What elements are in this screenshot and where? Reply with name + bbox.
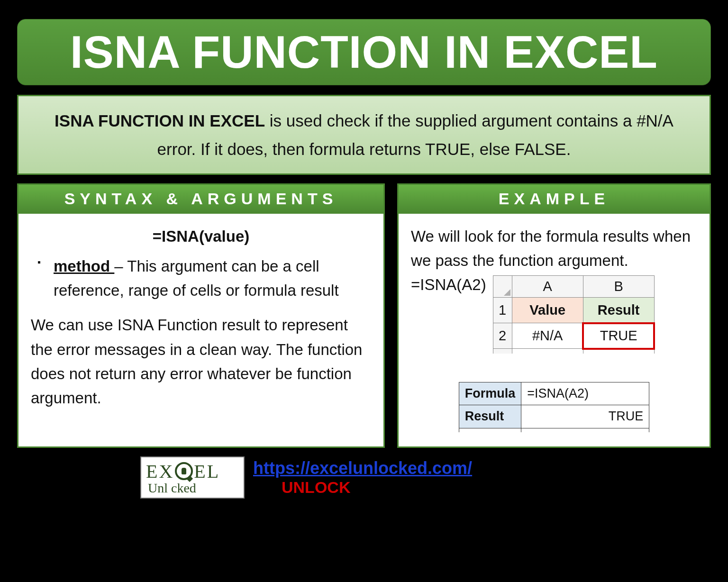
logo-text-1: EX (146, 460, 174, 482)
grid-cell-a2: #N/A (512, 323, 583, 349)
example-header: EXAMPLE (399, 185, 710, 214)
grid-header-value: Value (512, 298, 583, 323)
formula-value: =ISNA(A2) (521, 382, 649, 405)
columns-container: SYNTAX & ARGUMENTS =ISNA(value) method –… (17, 183, 711, 448)
syntax-column: SYNTAX & ARGUMENTS =ISNA(value) method –… (17, 183, 385, 448)
formula-table-trailing-2 (521, 428, 649, 432)
argument-list: method – This argument can be a cell ref… (31, 254, 371, 302)
logo-top-text: EX EL (146, 460, 239, 482)
grid-col-a: A (512, 276, 583, 298)
footer-unlock: UNLOCK (253, 478, 472, 497)
footer: EX EL Unl cked https://excelunlocked.com… (17, 456, 711, 499)
formula-table-trailing-1 (459, 428, 521, 432)
page-title: ISNA FUNCTION IN EXCEL (32, 26, 696, 78)
result-value: TRUE (521, 405, 649, 428)
footer-link[interactable]: https://excelunlocked.com/ (253, 458, 472, 478)
description-bold: ISNA FUNCTION IN EXCEL (55, 111, 265, 130)
magnifier-lock-icon (175, 462, 193, 480)
grid-header-result: Result (583, 298, 654, 323)
syntax-formula: =ISNA(value) (31, 224, 371, 248)
syntax-note: We can use ISNA Function result to repre… (31, 313, 371, 410)
grid-col-b: B (583, 276, 654, 298)
formula-label: Formula (459, 382, 521, 405)
title-bar: ISNA FUNCTION IN EXCEL (17, 19, 711, 85)
logo: EX EL Unl cked (140, 456, 245, 499)
grid-trailing-rowhdr (493, 349, 512, 354)
syntax-body: =ISNA(value) method – This argument can … (18, 214, 383, 446)
argument-item: method – This argument can be a cell ref… (34, 254, 371, 302)
example-intro: We will look for the formula results whe… (411, 224, 697, 273)
logo-bottom-text: Unl cked (146, 481, 239, 496)
grid-row-1: 1 (493, 298, 512, 323)
syntax-header: SYNTAX & ARGUMENTS (18, 185, 383, 214)
example-formula-used: =ISNA(A2) (411, 273, 486, 297)
description-box: ISNA FUNCTION IN EXCEL is used check if … (17, 95, 711, 175)
grid-cell-b2: TRUE (583, 323, 654, 349)
footer-text: https://excelunlocked.com/ UNLOCK (253, 458, 472, 497)
example-row: =ISNA(A2) A B 1 Value Result 2 #N/A (411, 273, 697, 353)
excel-grid: A B 1 Value Result 2 #N/A TRUE (493, 275, 655, 353)
argument-name: method (54, 257, 114, 275)
example-body: We will look for the formula results whe… (399, 214, 710, 446)
example-column: EXAMPLE We will look for the formula res… (397, 183, 711, 448)
grid-corner-icon (493, 276, 512, 298)
grid-row-2: 2 (493, 323, 512, 349)
formula-result-table: Formula =ISNA(A2) Result TRUE (459, 382, 650, 432)
grid-trailing-a (512, 349, 583, 354)
result-label: Result (459, 405, 521, 428)
logo-text-2: EL (194, 460, 220, 482)
grid-trailing-b (583, 349, 654, 354)
